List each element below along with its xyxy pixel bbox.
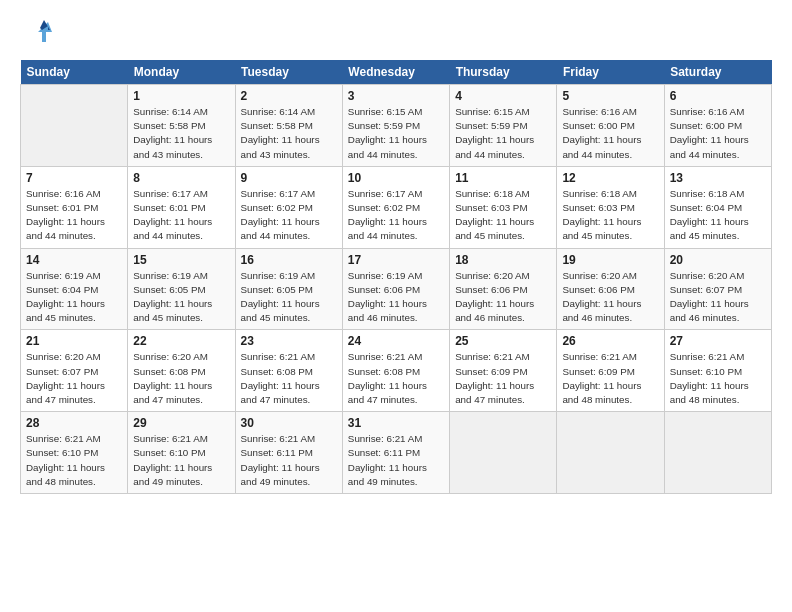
calendar-cell: 29Sunrise: 6:21 AM Sunset: 6:10 PM Dayli… (128, 412, 235, 494)
col-header-tuesday: Tuesday (235, 60, 342, 85)
col-header-thursday: Thursday (450, 60, 557, 85)
logo (20, 18, 56, 50)
day-number: 5 (562, 89, 658, 103)
day-number: 24 (348, 334, 444, 348)
day-info: Sunrise: 6:20 AM Sunset: 6:06 PM Dayligh… (455, 269, 551, 326)
header-row: SundayMondayTuesdayWednesdayThursdayFrid… (21, 60, 772, 85)
calendar-cell: 16Sunrise: 6:19 AM Sunset: 6:05 PM Dayli… (235, 248, 342, 330)
day-number: 9 (241, 171, 337, 185)
day-info: Sunrise: 6:15 AM Sunset: 5:59 PM Dayligh… (455, 105, 551, 162)
day-info: Sunrise: 6:21 AM Sunset: 6:09 PM Dayligh… (562, 350, 658, 407)
day-info: Sunrise: 6:20 AM Sunset: 6:07 PM Dayligh… (26, 350, 122, 407)
day-info: Sunrise: 6:19 AM Sunset: 6:06 PM Dayligh… (348, 269, 444, 326)
day-info: Sunrise: 6:21 AM Sunset: 6:10 PM Dayligh… (670, 350, 766, 407)
day-number: 1 (133, 89, 229, 103)
calendar-cell: 27Sunrise: 6:21 AM Sunset: 6:10 PM Dayli… (664, 330, 771, 412)
day-number: 26 (562, 334, 658, 348)
day-number: 10 (348, 171, 444, 185)
day-info: Sunrise: 6:19 AM Sunset: 6:05 PM Dayligh… (133, 269, 229, 326)
calendar-cell (21, 85, 128, 167)
header-area (20, 18, 772, 50)
day-info: Sunrise: 6:20 AM Sunset: 6:07 PM Dayligh… (670, 269, 766, 326)
day-number: 3 (348, 89, 444, 103)
day-info: Sunrise: 6:21 AM Sunset: 6:11 PM Dayligh… (241, 432, 337, 489)
day-info: Sunrise: 6:18 AM Sunset: 6:03 PM Dayligh… (455, 187, 551, 244)
calendar-cell: 1Sunrise: 6:14 AM Sunset: 5:58 PM Daylig… (128, 85, 235, 167)
day-info: Sunrise: 6:18 AM Sunset: 6:04 PM Dayligh… (670, 187, 766, 244)
calendar-cell: 5Sunrise: 6:16 AM Sunset: 6:00 PM Daylig… (557, 85, 664, 167)
calendar-cell: 8Sunrise: 6:17 AM Sunset: 6:01 PM Daylig… (128, 166, 235, 248)
day-info: Sunrise: 6:21 AM Sunset: 6:10 PM Dayligh… (133, 432, 229, 489)
day-info: Sunrise: 6:17 AM Sunset: 6:01 PM Dayligh… (133, 187, 229, 244)
calendar-cell: 18Sunrise: 6:20 AM Sunset: 6:06 PM Dayli… (450, 248, 557, 330)
calendar-cell: 6Sunrise: 6:16 AM Sunset: 6:00 PM Daylig… (664, 85, 771, 167)
day-info: Sunrise: 6:20 AM Sunset: 6:06 PM Dayligh… (562, 269, 658, 326)
day-number: 12 (562, 171, 658, 185)
day-info: Sunrise: 6:19 AM Sunset: 6:05 PM Dayligh… (241, 269, 337, 326)
day-info: Sunrise: 6:20 AM Sunset: 6:08 PM Dayligh… (133, 350, 229, 407)
day-number: 16 (241, 253, 337, 267)
calendar-cell: 9Sunrise: 6:17 AM Sunset: 6:02 PM Daylig… (235, 166, 342, 248)
calendar-cell (557, 412, 664, 494)
day-number: 17 (348, 253, 444, 267)
day-number: 19 (562, 253, 658, 267)
calendar-cell (450, 412, 557, 494)
calendar-cell: 24Sunrise: 6:21 AM Sunset: 6:08 PM Dayli… (342, 330, 449, 412)
day-number: 6 (670, 89, 766, 103)
day-number: 31 (348, 416, 444, 430)
day-number: 20 (670, 253, 766, 267)
day-info: Sunrise: 6:17 AM Sunset: 6:02 PM Dayligh… (348, 187, 444, 244)
calendar-cell: 20Sunrise: 6:20 AM Sunset: 6:07 PM Dayli… (664, 248, 771, 330)
calendar-cell: 10Sunrise: 6:17 AM Sunset: 6:02 PM Dayli… (342, 166, 449, 248)
calendar-cell: 13Sunrise: 6:18 AM Sunset: 6:04 PM Dayli… (664, 166, 771, 248)
day-info: Sunrise: 6:16 AM Sunset: 6:00 PM Dayligh… (670, 105, 766, 162)
calendar-page: SundayMondayTuesdayWednesdayThursdayFrid… (0, 0, 792, 504)
week-row-5: 28Sunrise: 6:21 AM Sunset: 6:10 PM Dayli… (21, 412, 772, 494)
day-info: Sunrise: 6:21 AM Sunset: 6:08 PM Dayligh… (241, 350, 337, 407)
day-info: Sunrise: 6:15 AM Sunset: 5:59 PM Dayligh… (348, 105, 444, 162)
day-number: 7 (26, 171, 122, 185)
day-info: Sunrise: 6:19 AM Sunset: 6:04 PM Dayligh… (26, 269, 122, 326)
calendar-cell: 22Sunrise: 6:20 AM Sunset: 6:08 PM Dayli… (128, 330, 235, 412)
day-info: Sunrise: 6:21 AM Sunset: 6:10 PM Dayligh… (26, 432, 122, 489)
col-header-sunday: Sunday (21, 60, 128, 85)
calendar-cell: 21Sunrise: 6:20 AM Sunset: 6:07 PM Dayli… (21, 330, 128, 412)
day-info: Sunrise: 6:16 AM Sunset: 6:01 PM Dayligh… (26, 187, 122, 244)
calendar-cell: 11Sunrise: 6:18 AM Sunset: 6:03 PM Dayli… (450, 166, 557, 248)
calendar-cell: 19Sunrise: 6:20 AM Sunset: 6:06 PM Dayli… (557, 248, 664, 330)
col-header-saturday: Saturday (664, 60, 771, 85)
calendar-cell: 23Sunrise: 6:21 AM Sunset: 6:08 PM Dayli… (235, 330, 342, 412)
calendar-table: SundayMondayTuesdayWednesdayThursdayFrid… (20, 60, 772, 494)
day-number: 13 (670, 171, 766, 185)
day-number: 29 (133, 416, 229, 430)
calendar-cell: 4Sunrise: 6:15 AM Sunset: 5:59 PM Daylig… (450, 85, 557, 167)
week-row-4: 21Sunrise: 6:20 AM Sunset: 6:07 PM Dayli… (21, 330, 772, 412)
day-info: Sunrise: 6:18 AM Sunset: 6:03 PM Dayligh… (562, 187, 658, 244)
day-number: 2 (241, 89, 337, 103)
day-number: 27 (670, 334, 766, 348)
day-info: Sunrise: 6:14 AM Sunset: 5:58 PM Dayligh… (241, 105, 337, 162)
day-info: Sunrise: 6:21 AM Sunset: 6:08 PM Dayligh… (348, 350, 444, 407)
calendar-cell: 31Sunrise: 6:21 AM Sunset: 6:11 PM Dayli… (342, 412, 449, 494)
col-header-wednesday: Wednesday (342, 60, 449, 85)
day-number: 21 (26, 334, 122, 348)
day-number: 23 (241, 334, 337, 348)
calendar-cell: 17Sunrise: 6:19 AM Sunset: 6:06 PM Dayli… (342, 248, 449, 330)
day-info: Sunrise: 6:14 AM Sunset: 5:58 PM Dayligh… (133, 105, 229, 162)
calendar-cell: 26Sunrise: 6:21 AM Sunset: 6:09 PM Dayli… (557, 330, 664, 412)
calendar-cell: 7Sunrise: 6:16 AM Sunset: 6:01 PM Daylig… (21, 166, 128, 248)
day-info: Sunrise: 6:21 AM Sunset: 6:09 PM Dayligh… (455, 350, 551, 407)
day-number: 14 (26, 253, 122, 267)
day-number: 15 (133, 253, 229, 267)
day-number: 28 (26, 416, 122, 430)
calendar-cell: 25Sunrise: 6:21 AM Sunset: 6:09 PM Dayli… (450, 330, 557, 412)
day-number: 30 (241, 416, 337, 430)
logo-bird-icon (20, 18, 52, 50)
day-number: 8 (133, 171, 229, 185)
week-row-1: 1Sunrise: 6:14 AM Sunset: 5:58 PM Daylig… (21, 85, 772, 167)
day-number: 4 (455, 89, 551, 103)
calendar-cell: 14Sunrise: 6:19 AM Sunset: 6:04 PM Dayli… (21, 248, 128, 330)
calendar-cell: 15Sunrise: 6:19 AM Sunset: 6:05 PM Dayli… (128, 248, 235, 330)
day-number: 25 (455, 334, 551, 348)
day-info: Sunrise: 6:16 AM Sunset: 6:00 PM Dayligh… (562, 105, 658, 162)
